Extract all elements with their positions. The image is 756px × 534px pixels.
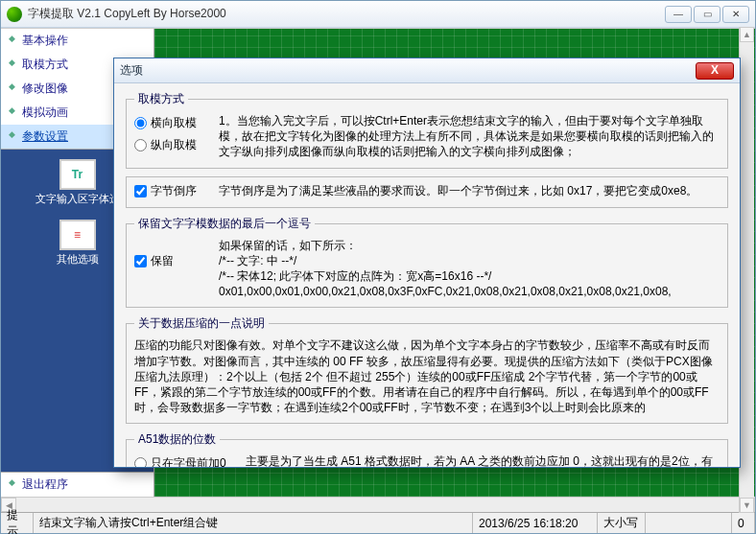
mode-description: 1。当您输入完文字后，可以按Ctrl+Enter表示您想结束文字的输入，但由于要…: [219, 113, 720, 160]
group-mode: 取模方式 横向取模 纵向取模 1。当您输入完文字后，可以按Ctrl+Enter表…: [126, 91, 728, 169]
other-options-icon[interactable]: ≡ 其他选项: [57, 220, 99, 267]
group-keep-comma: 保留文字字模数据的最后一个逗号 保留 如果保留的话，如下所示： /*-- 文字:…: [126, 216, 728, 309]
check-byte-reverse-label: 字节倒序: [151, 183, 197, 199]
close-button[interactable]: ✕: [722, 6, 749, 23]
radio-vertical-label: 纵向取模: [151, 137, 197, 153]
group-a51: A51数据的位数 只在字母前加0 任何时候都加0 主要是为了当生成 A51 格式…: [126, 431, 728, 467]
radio-horizontal[interactable]: 横向取模: [134, 115, 213, 131]
font-icon: Tr: [59, 159, 96, 190]
status-caps: 大小写: [598, 513, 646, 533]
radio-horizontal-input[interactable]: [134, 117, 147, 129]
menu-item-exit[interactable]: 退出程序: [1, 472, 154, 497]
a51-description: 主要是为了当生成 A51 格式数据时，若为 AA 之类的数前边应加 0，这就出现…: [246, 453, 720, 467]
byte-reverse-description: 字节倒序是为了满足某些液晶的要求而设。即一个字节倒过来，比如 0x17，要把它变…: [219, 183, 720, 198]
radio-vertical[interactable]: 纵向取模: [134, 137, 213, 153]
options-dialog: 选项 X 取模方式 横向取模 纵向取模 1。当您输入完文字后，可以按Ctrl+E…: [113, 58, 741, 468]
status-empty: [646, 513, 732, 533]
group-keep-comma-legend: 保留文字字模数据的最后一个逗号: [134, 216, 315, 232]
radio-a51-letter-input[interactable]: [134, 457, 147, 467]
check-keep-comma[interactable]: 保留: [134, 238, 213, 269]
check-keep-comma-input[interactable]: [134, 255, 147, 267]
app-icon: [7, 7, 22, 22]
status-hint-label: 提示: [1, 513, 34, 533]
vertical-scrollbar[interactable]: ▲ ▼: [739, 27, 754, 513]
dialog-title: 选项: [120, 62, 696, 79]
status-bar: 提示 结束文字输入请按Ctrl+Enter组合键 2013/6/25 16:18…: [1, 512, 755, 533]
font-icon-label: 文字输入区字体选: [35, 192, 120, 206]
window-buttons: — ▭ ✕: [665, 6, 749, 23]
minimize-button[interactable]: —: [665, 6, 692, 23]
radio-a51-letter-label: 只在字母前加0: [151, 455, 226, 467]
maximize-button[interactable]: ▭: [694, 6, 721, 23]
group-compression-legend: 关于数据压缩的一点说明: [134, 315, 269, 332]
group-byte-reverse: 字节倒序 字节倒序是为了满足某些液晶的要求而设。即一个字节倒过来，比如 0x17…: [126, 176, 728, 208]
example-line-3: /*-- 宋体12; 此字体下对应的点阵为：宽x高=16x16 --*/: [219, 268, 720, 284]
other-options-label: 其他选项: [57, 252, 99, 267]
dialog-close-button[interactable]: X: [696, 62, 734, 80]
compression-text: 压缩的功能只对图像有效。对单个文字不建议这么做，因为单个文字本身占的字节数较少，…: [134, 337, 720, 415]
scroll-down-icon[interactable]: ▼: [740, 498, 754, 513]
radio-horizontal-label: 横向取模: [151, 115, 197, 131]
titlebar: 字模提取 V2.1 CopyLeft By Horse2000 — ▭ ✕: [1, 1, 755, 28]
example-line-1: 如果保留的话，如下所示：: [219, 238, 720, 253]
check-byte-reverse[interactable]: 字节倒序: [134, 183, 213, 199]
example-line-2: /*-- 文字: 中 --*/: [219, 253, 720, 268]
font-select-icon[interactable]: Tr 文字输入区字体选: [35, 159, 120, 206]
status-datetime: 2013/6/25 16:18:20: [473, 513, 598, 533]
menu-item-basic[interactable]: 基本操作: [1, 29, 154, 53]
group-a51-legend: A51数据的位数: [134, 431, 220, 448]
status-num: 0: [732, 513, 755, 533]
dialog-titlebar: 选项 X: [114, 58, 740, 83]
app-title: 字模提取 V2.1 CopyLeft By Horse2000: [28, 6, 665, 22]
keep-comma-example: 如果保留的话，如下所示： /*-- 文字: 中 --*/ /*-- 宋体12; …: [219, 238, 720, 300]
check-byte-reverse-input[interactable]: [134, 185, 147, 197]
list-icon: ≡: [59, 220, 96, 250]
status-hint-text: 结束文字输入请按Ctrl+Enter组合键: [34, 513, 473, 533]
check-keep-comma-label: 保留: [151, 253, 174, 269]
example-line-4: 0x01,0x00,0x01,0x00,0x21,0x08,0x3F,0xFC,…: [219, 284, 720, 299]
horizontal-scrollbar[interactable]: ◀ ▶: [1, 497, 755, 512]
group-mode-legend: 取模方式: [134, 91, 188, 107]
radio-vertical-input[interactable]: [134, 139, 147, 151]
scroll-up-icon[interactable]: ▲: [740, 27, 754, 42]
dialog-body: 取模方式 横向取模 纵向取模 1。当您输入完文字后，可以按Ctrl+Enter表…: [114, 83, 740, 467]
radio-a51-letter[interactable]: 只在字母前加0: [134, 455, 240, 467]
group-compression: 关于数据压缩的一点说明 压缩的功能只对图像有效。对单个文字不建议这么做，因为单个…: [126, 315, 728, 424]
